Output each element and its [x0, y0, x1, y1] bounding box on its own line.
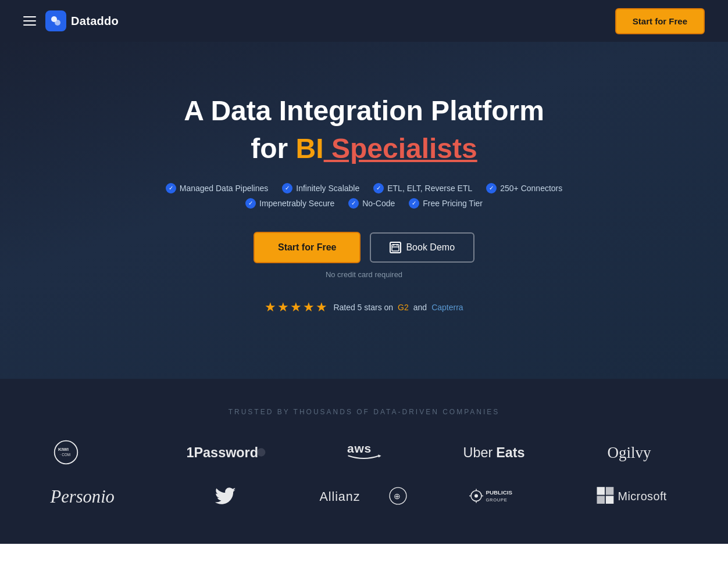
- check-icon: ✓: [166, 183, 176, 193]
- feature-infinitely-scalable: ✓ Infinitely Scalable: [282, 183, 359, 193]
- hero-section: A Data Integration Platform for BI Speci…: [0, 42, 728, 379]
- book-demo-label: Book Demo: [406, 242, 455, 253]
- feature-managed-pipelines: ✓ Managed Data Pipelines: [166, 183, 269, 193]
- svg-point-11: [257, 448, 265, 456]
- stars-rating-row: ★★★★★ Rated 5 stars on G2 and Capterra: [265, 300, 463, 315]
- logo-allianz: Allianz ⊕: [317, 483, 411, 509]
- hamburger-menu[interactable]: [23, 16, 36, 26]
- cta-row: Start for Free Book Demo: [254, 232, 474, 263]
- nav-left: Dataddo: [23, 10, 119, 31]
- svg-rect-29: [597, 487, 605, 495]
- hero-start-free-button[interactable]: Start for Free: [254, 232, 361, 263]
- feature-nocode: ✓ No-Code: [348, 198, 395, 209]
- rated-text: Rated 5 stars on: [333, 303, 393, 312]
- logo-personio: Personio: [48, 483, 126, 509]
- svg-text:⊕: ⊕: [394, 492, 401, 501]
- feature-etl: ✓ ETL, ELT, Reverse ETL: [373, 183, 472, 193]
- logo-icon: [45, 10, 66, 31]
- capterra-link[interactable]: Capterra: [431, 303, 463, 312]
- logo-publicis: PUBLICIS GROUPE: [468, 483, 537, 509]
- svg-text:Ogilvy: Ogilvy: [607, 444, 651, 461]
- hero-book-demo-button[interactable]: Book Demo: [370, 232, 474, 263]
- g2-link[interactable]: G2: [398, 303, 409, 312]
- logo-twitter: [212, 483, 238, 509]
- svg-rect-32: [606, 496, 614, 504]
- trusted-section: TRUSTED BY THOUSANDS OF DATA-DRIVEN COMP…: [0, 379, 728, 544]
- svg-rect-31: [597, 496, 605, 504]
- svg-text:Uber: Uber: [463, 445, 493, 460]
- check-icon: ✓: [348, 198, 359, 209]
- check-icon: ✓: [373, 183, 384, 193]
- check-icon: ✓: [409, 198, 419, 209]
- hero-bi-text: BI: [296, 133, 324, 164]
- hero-title-line2: for BI Specialists: [251, 132, 477, 164]
- logo-1password: 1Password: [184, 439, 267, 465]
- svg-text:aws: aws: [347, 442, 372, 455]
- svg-text:PUBLICIS: PUBLICIS: [486, 489, 513, 496]
- svg-marker-13: [379, 454, 381, 457]
- logo-microsoft: Microsoft: [594, 483, 688, 509]
- svg-rect-2: [392, 245, 399, 251]
- star-icons: ★★★★★: [265, 300, 329, 315]
- svg-text:Allianz: Allianz: [319, 489, 360, 504]
- svg-text:Personio: Personio: [49, 487, 114, 507]
- svg-point-22: [474, 494, 478, 498]
- features-row: ✓ Managed Data Pipelines ✓ Infinitely Sc…: [160, 183, 568, 209]
- logo-link[interactable]: Dataddo: [45, 10, 119, 31]
- feature-label: No-Code: [362, 199, 395, 208]
- logo-kiwi: KIWI · COM kiwi.com: [53, 439, 121, 465]
- white-section: [0, 544, 728, 579]
- logo-ogilvy: Ogilvy: [605, 439, 678, 465]
- svg-text:1Password: 1Password: [186, 445, 258, 460]
- hero-title-line1: A Data Integration Platform: [184, 94, 544, 128]
- svg-text:GROUPE: GROUPE: [486, 497, 508, 503]
- check-icon: ✓: [282, 183, 292, 193]
- feature-connectors: ✓ 250+ Connectors: [486, 183, 562, 193]
- feature-free-tier: ✓ Free Pricing Tier: [409, 198, 483, 209]
- navbar: Dataddo Start for Free: [0, 0, 728, 42]
- feature-label: 250+ Connectors: [500, 184, 562, 193]
- feature-label: Impenetrably Secure: [259, 199, 334, 208]
- hero-for-text: for: [251, 133, 295, 164]
- hero-specialists-text: Specialists: [324, 133, 477, 164]
- no-card-text: No credit card required: [326, 270, 402, 279]
- logo-text: Dataddo: [71, 15, 119, 28]
- trusted-label: TRUSTED BY THOUSANDS OF DATA-DRIVEN COMP…: [23, 408, 705, 416]
- svg-text:Eats: Eats: [497, 445, 525, 460]
- logo-ubereats: Uber Eats: [461, 439, 544, 465]
- feature-label: Free Pricing Tier: [423, 199, 483, 208]
- nav-start-free-button[interactable]: Start for Free: [615, 8, 705, 34]
- feature-secure: ✓ Impenetrably Secure: [245, 198, 334, 209]
- and-text: and: [413, 303, 427, 312]
- calendar-icon: [390, 242, 401, 253]
- feature-label: Managed Data Pipelines: [180, 184, 269, 193]
- svg-point-1: [55, 20, 60, 26]
- logo-aws: aws: [342, 439, 386, 465]
- feature-label: Infinitely Scalable: [296, 184, 359, 193]
- svg-rect-30: [606, 487, 614, 495]
- svg-text:Microsoft: Microsoft: [618, 490, 666, 503]
- feature-label: ETL, ELT, Reverse ETL: [387, 184, 472, 193]
- svg-text:· COM: · COM: [59, 453, 70, 457]
- logos-grid: KIWI · COM kiwi.com 1Password aws: [23, 439, 705, 509]
- check-icon: ✓: [245, 198, 256, 209]
- check-icon: ✓: [486, 183, 497, 193]
- svg-text:KIWI: KIWI: [58, 447, 69, 452]
